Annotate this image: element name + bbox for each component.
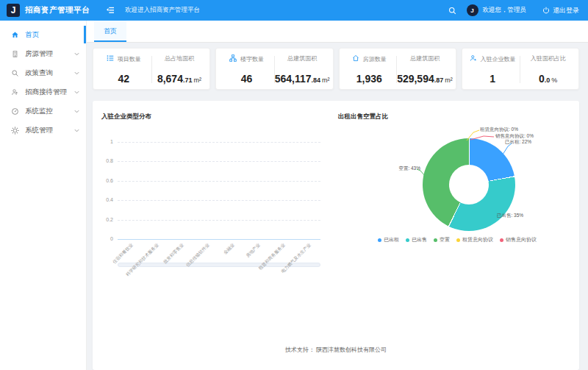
sidebar-item-label: 首页: [25, 30, 39, 40]
legend-label: 已出售: [412, 236, 427, 243]
stat-housing-count: 房源数量 1,936: [343, 54, 397, 85]
gridline: [118, 142, 320, 143]
legend-item[interactable]: 已出租: [378, 236, 399, 243]
stat-building-area: 总建筑面积 564,117.84m²: [275, 54, 330, 85]
logout-button[interactable]: 退出登录: [542, 6, 579, 15]
stat-label: 房源数量: [363, 55, 387, 63]
sidebar-item-monitor[interactable]: 系统监控: [0, 102, 86, 121]
stat-card-buildings: 楼宇数量 46 总建筑面积 564,117.84m²: [215, 48, 333, 90]
stat-value: 0.0%: [539, 73, 557, 85]
stat-value: 1: [490, 73, 495, 85]
stat-value: 1,936: [356, 73, 382, 85]
avatar[interactable]: J: [467, 4, 478, 16]
stat-card-housing: 房源数量 1,936 总建筑面积 529,594.87m²: [339, 48, 456, 90]
stat-value: 42: [118, 73, 130, 85]
gear-icon: [10, 127, 19, 135]
sitemap-icon: [229, 54, 237, 63]
stat-housing-area: 总建筑面积 529,594.87m²: [397, 54, 453, 85]
legend-item[interactable]: 已出售: [406, 236, 427, 243]
stat-cards-row: 项目数量 42 总占地面积 8,674.71m² 楼宇数量 46: [93, 48, 579, 90]
tab-home[interactable]: 首页: [94, 21, 126, 42]
stat-land-area: 总占地面积 8,674.71m²: [152, 54, 207, 85]
legend-dot: [456, 238, 460, 242]
building-icon: [10, 50, 19, 58]
legend-label: 空置: [440, 236, 450, 243]
bar-chart: 10.80.60.40.20住宿和餐饮业科学研究和技术服务业批发和零售业信息传输…: [93, 101, 335, 277]
sidebar-item-label: 系统监控: [25, 107, 53, 116]
stat-label: 总建筑面积: [287, 54, 317, 63]
tab-bar: 首页: [87, 21, 588, 43]
x-axis-label: 住宿和餐饮业: [84, 242, 135, 293]
y-axis-tick: 1: [93, 139, 113, 144]
stat-building-count: 楼宇数量 46: [219, 54, 273, 85]
stat-value: 529,594.87m²: [397, 73, 453, 85]
legend-item[interactable]: 租赁意向协议: [456, 236, 493, 243]
chevron-down-icon: [74, 110, 79, 113]
donut-leader-lines: [372, 123, 581, 226]
chevron-down-icon: [74, 52, 79, 56]
stat-card-enterprises: 入驻企业数量 1 入驻面积占比 0.0%: [462, 48, 579, 90]
power-icon: [542, 7, 550, 14]
sidebar-item-reception[interactable]: 招商接待管理: [0, 82, 86, 102]
sidebar-item-label: 政策查询: [25, 68, 53, 78]
avatar-letter: J: [470, 7, 473, 14]
sidebar-item-system[interactable]: 系统管理: [0, 121, 86, 140]
x-axis-label: 科学研究和技术服务业: [109, 242, 160, 293]
search-icon: [10, 69, 19, 77]
home-outline-icon: [352, 54, 359, 63]
y-axis-tick: 0: [93, 236, 113, 241]
sidebar-item-label: 招商接待管理: [25, 88, 67, 97]
chevron-down-icon: [74, 129, 79, 132]
screen: J 招商资产管理平台 欢迎进入招商资产管理平台 J 欢迎您，管理员 退出登录: [0, 0, 588, 370]
sidebar-item-housing[interactable]: 房源管理: [0, 44, 86, 63]
stat-label: 项目数量: [118, 55, 141, 63]
sidebar-item-label: 房源管理: [25, 49, 53, 59]
search-icon: [448, 7, 456, 15]
gridline: [118, 200, 320, 201]
x-axis-line: [118, 239, 320, 240]
sidebar-item-policy[interactable]: 政策查询: [0, 63, 86, 82]
legend-item[interactable]: 销售意向协议: [500, 236, 537, 243]
x-axis-label: 金融业: [185, 242, 237, 293]
legend-label: 已出租: [384, 236, 399, 243]
stat-label: 总建筑面积: [410, 54, 440, 63]
tab-label: 首页: [104, 27, 117, 35]
charts-panel: 入驻企业类型分布 出租出售空置占比 10.80.60.40.20住宿和餐饮业科学…: [93, 101, 579, 370]
user-star-icon: [470, 54, 477, 63]
stat-card-projects: 项目数量 42 总占地面积 8,674.71m²: [93, 48, 210, 90]
legend-label: 销售意向协议: [506, 236, 537, 243]
stat-project-count: 项目数量 42: [96, 54, 151, 85]
legend-dot: [406, 238, 409, 242]
user-greeting: 欢迎您，管理员: [483, 6, 527, 15]
x-axis-label: 批发和零售业: [135, 242, 186, 293]
header-search-button[interactable]: [448, 7, 456, 15]
app-header: J 招商资产管理平台 欢迎进入招商资产管理平台 J 欢迎您，管理员 退出登录: [0, 0, 588, 21]
x-axis-label: 电力燃气及水生产业: [261, 242, 312, 293]
legend-dot: [378, 238, 381, 242]
chevron-down-icon: [74, 90, 79, 94]
collapse-menu-icon: [106, 7, 115, 14]
app-title: 招商资产管理平台: [25, 5, 90, 15]
x-axis-label: 信息传输软件业: [159, 242, 211, 293]
stat-value: 46: [241, 73, 253, 85]
gridline: [118, 161, 320, 162]
app-logo-letter: J: [11, 5, 16, 15]
stat-label: 入驻面积占比: [531, 54, 566, 63]
welcome-text: 欢迎进入招商资产管理平台: [125, 6, 200, 15]
sidebar-item-home[interactable]: 首页: [0, 25, 86, 44]
y-axis-tick: 0.4: [93, 197, 113, 202]
stat-value: 564,117.84m²: [275, 73, 330, 85]
legend-dot: [434, 238, 437, 242]
monitor-icon: [10, 107, 19, 115]
home-icon: [10, 31, 19, 39]
stat-enterprise-count: 入驻企业数量 1: [465, 54, 520, 85]
stat-label: 总占地面积: [165, 54, 194, 63]
gridline: [118, 181, 320, 182]
legend-item[interactable]: 空置: [434, 236, 450, 243]
donut-legend: 已出租已出售空置租赁意向协议销售意向协议: [335, 236, 579, 243]
y-axis-tick: 0.6: [93, 178, 113, 183]
footer-text: 技术支持： 陕西沣慧数创科技有限公司: [93, 346, 579, 354]
stat-value: 8,674.71m²: [157, 73, 201, 85]
stat-occupancy-ratio: 入驻面积占比 0.0%: [520, 54, 576, 85]
collapse-menu-button[interactable]: [106, 7, 115, 14]
